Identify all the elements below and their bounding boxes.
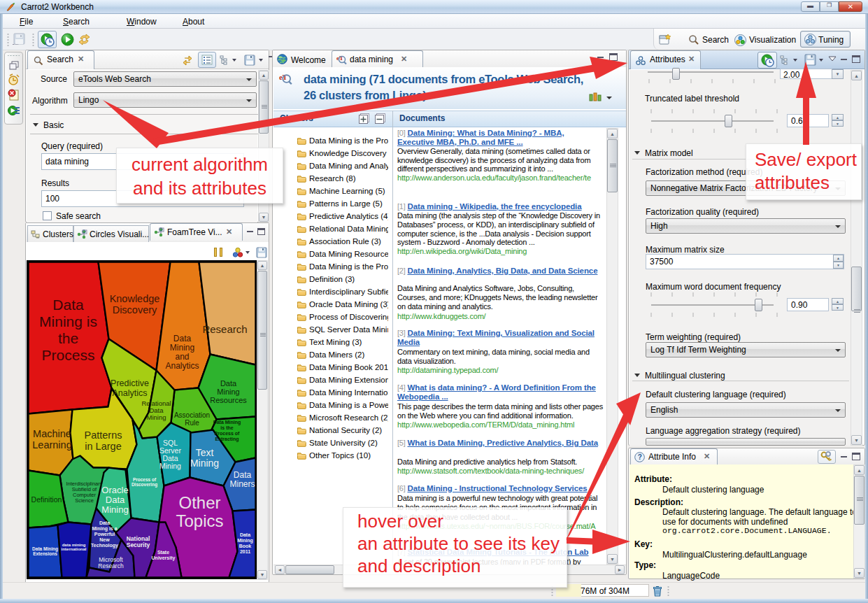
svg-text:Oracle: Oracle (101, 485, 128, 495)
svg-text:Data: Data (240, 532, 250, 537)
svg-text:Technology: Technology (91, 543, 118, 548)
svg-text:in Large: in Large (85, 441, 121, 452)
svg-text:Process of: Process of (133, 477, 157, 482)
svg-text:Powerful: Powerful (94, 532, 115, 537)
svg-text:Miners: Miners (229, 479, 255, 489)
svg-text:Data: Data (106, 495, 125, 505)
svg-text:Data: Data (234, 470, 252, 480)
svg-text:Mining is: Mining is (39, 313, 97, 329)
svg-text:Predictive: Predictive (111, 378, 149, 388)
svg-text:Machine: Machine (33, 428, 71, 439)
svg-text:Discovering: Discovering (131, 482, 157, 488)
svg-text:Process: Process (42, 347, 95, 363)
svg-text:Mining: Mining (170, 343, 194, 353)
svg-text:Analytics: Analytics (112, 388, 147, 398)
svg-text:Resources: Resources (210, 396, 247, 404)
svg-text:New: New (99, 537, 110, 542)
svg-text:Analytics: Analytics (165, 361, 199, 371)
svg-text:Mining: Mining (190, 457, 219, 469)
svg-text:Mining is a: Mining is a (92, 526, 117, 532)
svg-text:Mining: Mining (101, 504, 128, 515)
svg-text:2011: 2011 (240, 549, 250, 554)
svg-text:is the: is the (220, 425, 233, 430)
svg-text:Text: Text (196, 447, 214, 458)
svg-text:Mining: Mining (237, 538, 253, 544)
svg-text:Association: Association (174, 411, 210, 419)
svg-text:eT: eT (336, 55, 343, 62)
svg-text:Data: Data (220, 379, 237, 388)
svg-text:Mining: Mining (159, 462, 181, 470)
svg-text:State: State (157, 550, 169, 555)
svg-text:Book: Book (239, 544, 252, 548)
svg-text:Research: Research (202, 323, 247, 335)
svg-text:Data: Data (52, 297, 84, 313)
svg-text:Knowledge: Knowledge (110, 293, 160, 304)
svg-text:and: and (175, 352, 189, 362)
svg-text:Mining: Mining (147, 413, 166, 421)
svg-text:Discovery: Discovery (113, 304, 157, 315)
svg-text:Rule: Rule (185, 419, 199, 427)
svg-text:Data Mining: Data Mining (213, 420, 241, 425)
svg-text:Definition: Definition (31, 495, 62, 504)
svg-text:Security: Security (127, 541, 150, 548)
svg-text:?: ? (638, 453, 642, 461)
svg-text:Other: Other (178, 493, 220, 512)
svg-text:Process of: Process of (215, 431, 240, 436)
svg-text:University: University (152, 555, 176, 561)
svg-text:Data: Data (99, 520, 110, 525)
svg-text:Extensions: Extensions (33, 551, 57, 556)
svg-text:Topics: Topics (176, 511, 223, 530)
svg-text:Research: Research (98, 562, 124, 569)
svg-text:Mining: Mining (217, 388, 239, 396)
svg-text:the: the (58, 330, 78, 346)
svg-text:Science: Science (75, 497, 94, 504)
svg-text:Data: Data (173, 334, 192, 343)
svg-text:Learning: Learning (32, 439, 71, 451)
svg-text:Extracting: Extracting (215, 437, 239, 442)
svg-text:Patterns: Patterns (85, 430, 122, 441)
svg-text:international: international (61, 547, 86, 551)
